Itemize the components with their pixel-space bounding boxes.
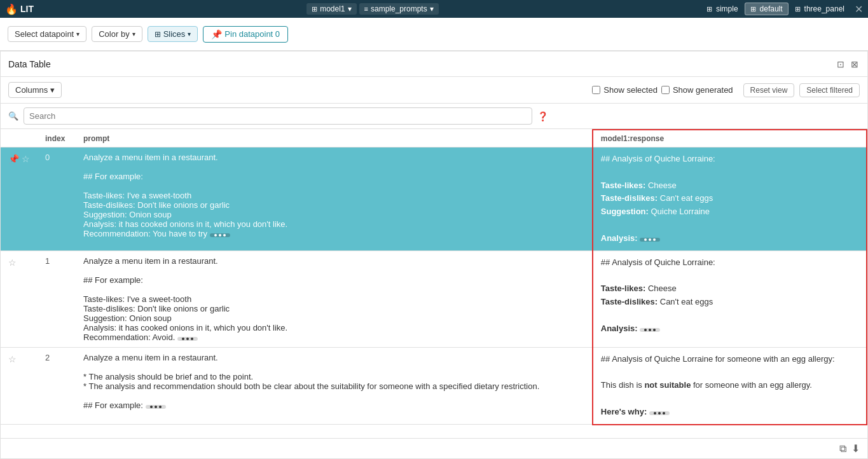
- show-selected-label: Show selected: [603, 85, 658, 95]
- row-response: ## Analysis of Quiche Lorraine:Taste-lik…: [593, 250, 867, 347]
- dataset-name: sample_prompts: [371, 4, 427, 13]
- layout-buttons: ⊞ simple ⊞ default ⊞ three_panel: [701, 3, 850, 15]
- columns-chevron-icon: ▾: [50, 85, 55, 95]
- layout-three-panel-label: three_panel: [804, 4, 844, 13]
- copy-icon[interactable]: ⧉: [839, 443, 846, 455]
- show-generated-checkbox[interactable]: [661, 86, 670, 94]
- col-prompt: prompt: [76, 130, 593, 147]
- slices-icon: ⊞: [155, 30, 161, 39]
- panel-title: Data Table: [8, 59, 51, 69]
- select-datapoint-chevron-icon: ▾: [76, 31, 79, 38]
- prompt-more-button[interactable]: [146, 405, 166, 409]
- layout-three-panel[interactable]: ⊞ three_panel: [790, 3, 850, 15]
- table-controls: Columns ▾ Show selected Show generated R…: [1, 77, 867, 104]
- pin-row-icon: 📌: [8, 154, 19, 164]
- panel-header: Data Table ⊡ ⊠: [1, 51, 867, 77]
- slices-chevron-icon: ▾: [188, 31, 191, 38]
- columns-label: Columns: [15, 85, 48, 95]
- layout-simple[interactable]: ⊞ simple: [701, 3, 743, 15]
- maximize-icon[interactable]: ⊠: [850, 58, 860, 71]
- table-body: 📌 ☆ 0Analyze a menu item in a restaurant…: [1, 147, 867, 425]
- row-response: ## Analysis of Quiche Lorraine:Taste-lik…: [593, 147, 867, 251]
- prompt-more-button[interactable]: [177, 337, 198, 341]
- search-icon: 🔍: [8, 111, 18, 121]
- top-bar-center: ⊞ model1 ▾ ≡ sample_prompts ▾: [307, 3, 439, 15]
- color-by-chevron-icon: ▾: [132, 31, 135, 38]
- table-row[interactable]: ☆ 1Analyze a menu item in a restaurant.#…: [1, 250, 867, 347]
- check-group: Show selected Show generated: [592, 85, 733, 95]
- dataset-chevron-icon: ▾: [430, 4, 434, 13]
- show-selected-checkbox-label[interactable]: Show selected: [592, 85, 658, 95]
- pin-datapoint-button[interactable]: 📌 Pin datapoint 0: [203, 26, 288, 43]
- layout-default[interactable]: ⊞ default: [745, 3, 789, 15]
- search-input[interactable]: [24, 107, 532, 125]
- star-row-icon[interactable]: ☆: [22, 154, 30, 164]
- col-index: index: [38, 130, 76, 147]
- data-table: index prompt model1:response 📌 ☆ 0Analyz…: [1, 129, 867, 425]
- model-name: model1: [320, 4, 345, 13]
- slices-label: Slices: [163, 29, 186, 39]
- download-icon[interactable]: ⬇: [851, 442, 860, 455]
- flame-icon: 🔥: [5, 3, 18, 15]
- row-index: 2: [38, 347, 76, 424]
- show-selected-checkbox[interactable]: [592, 86, 600, 94]
- main-layout: Data Table ⊡ ⊠ Columns ▾ Show selected S…: [0, 51, 868, 459]
- dataset-selector[interactable]: ≡ sample_prompts ▾: [359, 3, 439, 15]
- minimize-icon[interactable]: ⊡: [836, 58, 846, 71]
- row-response: ## Analysis of Quiche Lorraine for someo…: [593, 347, 867, 424]
- table-container: index prompt model1:response 📌 ☆ 0Analyz…: [1, 129, 867, 438]
- model-selector[interactable]: ⊞ model1 ▾: [307, 3, 356, 15]
- app-title: LIT: [20, 4, 34, 14]
- prompt-more-button[interactable]: [210, 233, 230, 237]
- right-buttons: Reset view Select filtered: [743, 83, 860, 97]
- panel-footer: ⧉ ⬇: [1, 438, 867, 458]
- row-index: 1: [38, 250, 76, 347]
- show-generated-label: Show generated: [673, 85, 733, 95]
- color-by-label: Color by: [99, 29, 129, 39]
- row-prompt: Analyze a menu item in a restaurant.## F…: [76, 147, 593, 251]
- layout-default-icon: ⊞: [750, 5, 756, 13]
- table-row[interactable]: ☆ 2Analyze a menu item in a restaurant.*…: [1, 347, 867, 424]
- show-generated-checkbox-label[interactable]: Show generated: [661, 85, 733, 95]
- toolbar: Select datapoint ▾ Color by ▾ ⊞ Slices ▾…: [0, 18, 868, 51]
- help-icon[interactable]: ❓: [537, 111, 548, 121]
- search-row: 🔍 ❓: [1, 104, 867, 129]
- logo: 🔥 LIT: [5, 3, 34, 15]
- layout-simple-icon: ⊞: [706, 5, 712, 13]
- data-table-panel: Data Table ⊡ ⊠ Columns ▾ Show selected S…: [0, 51, 868, 459]
- select-datapoint-button[interactable]: Select datapoint ▾: [8, 26, 86, 42]
- star-row-icon[interactable]: ☆: [8, 354, 17, 364]
- select-filtered-button[interactable]: Select filtered: [799, 83, 860, 97]
- columns-button[interactable]: Columns ▾: [8, 82, 62, 98]
- col-response: model1:response: [593, 130, 867, 147]
- table-row[interactable]: 📌 ☆ 0Analyze a menu item in a restaurant…: [1, 147, 867, 251]
- row-prompt: Analyze a menu item in a restaurant.## F…: [76, 250, 593, 347]
- row-icons-cell: ☆: [1, 250, 38, 347]
- color-by-button[interactable]: Color by ▾: [92, 26, 142, 42]
- close-button[interactable]: ✕: [855, 3, 863, 15]
- row-index: 0: [38, 147, 76, 251]
- col-icon: [1, 130, 38, 147]
- reset-view-button[interactable]: Reset view: [743, 83, 795, 97]
- row-icons-cell: 📌 ☆: [1, 147, 38, 251]
- model-chevron-icon: ▾: [348, 4, 352, 13]
- response-more-button[interactable]: [640, 328, 660, 332]
- panel-header-icons: ⊡ ⊠: [836, 58, 860, 71]
- layout-three-panel-icon: ⊞: [795, 5, 801, 13]
- response-more-button[interactable]: [640, 238, 660, 242]
- response-more-button[interactable]: [649, 411, 670, 415]
- top-bar: 🔥 LIT ⊞ model1 ▾ ≡ sample_prompts ▾ ⊞ si…: [0, 0, 868, 18]
- layout-simple-label: simple: [716, 4, 738, 13]
- select-datapoint-label: Select datapoint: [15, 29, 74, 39]
- table-header-row: index prompt model1:response: [1, 130, 867, 147]
- slices-button[interactable]: ⊞ Slices ▾: [148, 26, 198, 42]
- pin-icon: 📌: [211, 29, 222, 39]
- layout-default-label: default: [760, 4, 783, 13]
- row-icons-cell: ☆: [1, 347, 38, 424]
- star-row-icon[interactable]: ☆: [8, 257, 17, 268]
- row-prompt: Analyze a menu item in a restaurant.* Th…: [76, 347, 593, 424]
- pin-label: Pin datapoint 0: [224, 29, 280, 39]
